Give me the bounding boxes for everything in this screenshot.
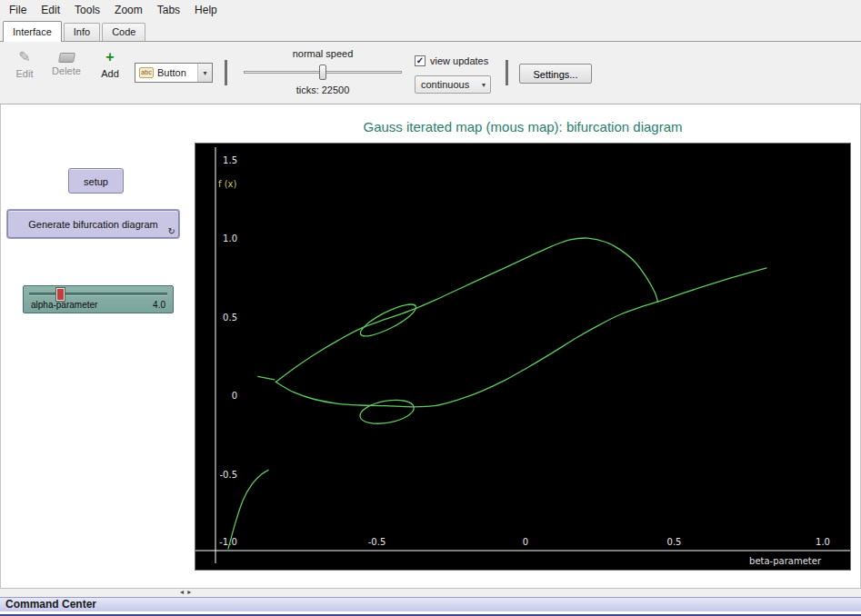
plus-icon: + <box>105 49 114 65</box>
add-widget-label: Add <box>101 68 119 79</box>
y-tick-label: 1.0 <box>223 233 237 243</box>
delete-widget-label: Delete <box>52 65 81 76</box>
y-tick-label: 0 <box>232 391 237 401</box>
x-tick-label: 0.5 <box>667 537 682 547</box>
plot-series-pre-bifurcation-segment <box>258 376 275 379</box>
y-tick-label: 0.5 <box>223 313 237 323</box>
menu-tools[interactable]: Tools <box>67 2 107 18</box>
view-updates-checkbox[interactable]: ✓ <box>415 55 425 66</box>
plot-canvas: -1.0-0.500.51.01.51.00.50-0.5f (x)beta-p… <box>195 144 850 570</box>
speed-slider[interactable] <box>244 65 402 81</box>
add-widget-button[interactable]: + Add <box>96 49 124 79</box>
x-tick-label: -0.5 <box>368 537 386 547</box>
button-widget-icon: abc <box>139 67 154 78</box>
edit-widget-label: Edit <box>16 68 34 79</box>
chevron-down-icon: ▾ <box>482 81 486 89</box>
view-updates-label: view updates <box>430 55 488 66</box>
plot-period-doubling-bubble <box>357 299 420 342</box>
command-center-header[interactable]: Command Center <box>0 597 861 611</box>
delete-widget-button[interactable]: Delete <box>48 49 85 76</box>
interface-toolbar: ✎ Edit Delete + Add abc Button ▾ normal … <box>0 42 861 104</box>
toolbar-separator <box>506 60 508 85</box>
interface-canvas: Gauss iterated map (mous map): bifurcati… <box>0 104 861 588</box>
generate-bifurcation-label: Generate bifurcation diagram <box>28 219 157 230</box>
slider-groove[interactable] <box>29 293 167 296</box>
slider-label: alpha-parameter <box>31 300 97 310</box>
command-center-input-area[interactable] <box>0 611 861 614</box>
toolbar-separator <box>225 60 227 85</box>
x-tick-label: -1.0 <box>219 537 237 547</box>
menu-help[interactable]: Help <box>187 2 225 18</box>
generate-bifurcation-button[interactable]: Generate bifurcation diagram ↻ <box>7 210 179 238</box>
settings-button[interactable]: Settings... <box>519 64 592 84</box>
y-tick-label: 1.5 <box>223 155 237 165</box>
tab-info[interactable]: Info <box>64 23 100 41</box>
menu-bar: File Edit Tools Zoom Tabs Help <box>0 0 861 20</box>
speed-slider-label: normal speed <box>238 48 407 59</box>
widget-type-selector[interactable]: abc Button ▾ <box>135 63 213 83</box>
plot-series-post-merge-branch <box>658 268 766 302</box>
widget-type-value: Button <box>157 67 186 78</box>
edit-widget-button[interactable]: ✎ Edit <box>9 49 40 79</box>
menu-zoom[interactable]: Zoom <box>107 2 150 18</box>
menu-edit[interactable]: Edit <box>34 2 67 18</box>
netlogo-window: File Edit Tools Zoom Tabs Help Interface… <box>0 0 861 616</box>
alpha-parameter-slider[interactable]: alpha-parameter 4.0 <box>23 285 174 313</box>
plot-xlabel: beta-parameter <box>749 556 822 566</box>
tab-bar: Interface Info Code <box>0 20 861 42</box>
plot-period-doubling-bubble <box>358 396 415 427</box>
plot-series-loop-upper-branch <box>275 238 657 382</box>
plot-series-loop-lower-branch <box>275 302 657 407</box>
tab-interface[interactable]: Interface <box>3 21 62 42</box>
model-title: Gauss iterated map (mous map): bifurcati… <box>195 119 851 134</box>
forever-icon: ↻ <box>168 227 175 236</box>
delete-icon <box>58 53 75 63</box>
tab-code[interactable]: Code <box>102 23 145 41</box>
menu-tabs[interactable]: Tabs <box>150 2 187 18</box>
view-updates-control: ✓ view updates <box>415 55 488 66</box>
update-mode-dropdown[interactable]: continuous ▾ <box>415 75 491 94</box>
slider-value: 4.0 <box>153 300 165 310</box>
slider-handle[interactable] <box>56 288 65 301</box>
y-tick-label: -0.5 <box>219 470 237 480</box>
chevron-down-icon[interactable]: ▾ <box>197 64 212 82</box>
bifurcation-plot: -1.0-0.500.51.01.51.00.50-0.5f (x)beta-p… <box>195 143 851 571</box>
x-tick-label: 1.0 <box>816 537 830 547</box>
ticks-counter: ticks: 22500 <box>238 84 407 95</box>
speed-slider-thumb[interactable] <box>319 65 326 80</box>
menu-file[interactable]: File <box>2 2 34 18</box>
plot-ylabel: f (x) <box>218 179 237 189</box>
splitter-arrows-icon[interactable]: ◂ ▸ <box>180 588 192 596</box>
pencil-icon: ✎ <box>18 49 30 65</box>
canvas-scroll-strip: ◂ ▸ <box>0 588 861 597</box>
x-tick-label: 0 <box>523 537 528 547</box>
update-mode-value: continuous <box>421 79 469 90</box>
setup-button[interactable]: setup <box>68 168 124 194</box>
